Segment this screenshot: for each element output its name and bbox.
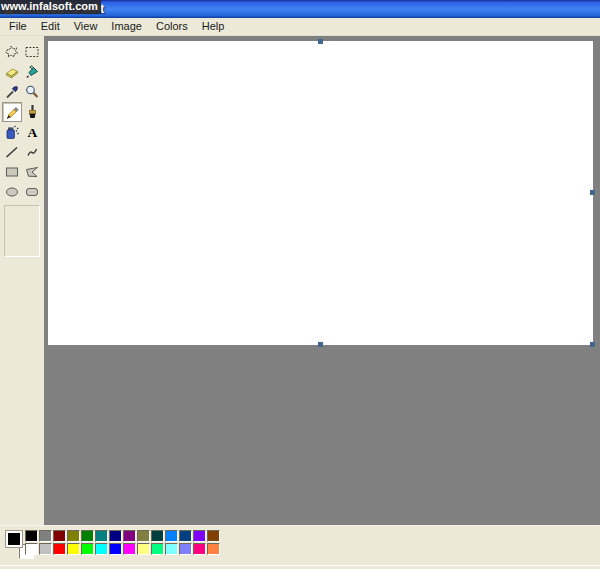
- canvas-resize-handle-right[interactable]: [590, 190, 595, 195]
- palette-swatch-0-8[interactable]: [137, 530, 150, 542]
- curve-icon: [24, 144, 40, 160]
- tool-eraser-button[interactable]: [2, 62, 22, 82]
- canvas-resize-handle-top[interactable]: [318, 39, 323, 44]
- palette-swatch-0-13[interactable]: [207, 530, 220, 542]
- foreground-color-swatch: [6, 531, 22, 547]
- rectangle-icon: [4, 164, 20, 180]
- palette-swatch-1-4[interactable]: [81, 543, 94, 555]
- palette-swatch-0-0[interactable]: [25, 530, 38, 542]
- palette-swatch-1-11[interactable]: [179, 543, 192, 555]
- tool-pencil-button[interactable]: [2, 102, 22, 122]
- tool-pick-color-button[interactable]: [2, 82, 22, 102]
- palette-swatch-0-1[interactable]: [39, 530, 52, 542]
- menu-image[interactable]: Image: [104, 18, 149, 35]
- colorbar: [0, 525, 600, 565]
- tool-curve-button[interactable]: [22, 142, 42, 162]
- tool-line-button[interactable]: [2, 142, 22, 162]
- tool-magnifier-button[interactable]: [22, 82, 42, 102]
- text-icon: A: [24, 124, 40, 140]
- tool-grid: A: [2, 42, 44, 202]
- airbrush-icon: [4, 124, 20, 140]
- palette-swatch-1-2[interactable]: [53, 543, 66, 555]
- eraser-icon: [4, 64, 20, 80]
- watermark-overlay: www.infalsoft.com: [0, 0, 101, 14]
- menu-view[interactable]: View: [67, 18, 105, 35]
- tool-brush-button[interactable]: [22, 102, 42, 122]
- palette-swatch-1-7[interactable]: [123, 543, 136, 555]
- tool-rounded-rectangle-button[interactable]: [22, 182, 42, 202]
- tool-select-button[interactable]: [22, 42, 42, 62]
- menu-edit[interactable]: Edit: [34, 18, 67, 35]
- magnifier-icon: [24, 84, 40, 100]
- palette-swatch-0-4[interactable]: [81, 530, 94, 542]
- tool-text-button[interactable]: A: [22, 122, 42, 142]
- palette-swatch-0-9[interactable]: [151, 530, 164, 542]
- color-palette: [25, 530, 220, 555]
- line-icon: [4, 144, 20, 160]
- palette-swatch-0-3[interactable]: [67, 530, 80, 542]
- palette-swatch-1-0[interactable]: [25, 543, 38, 555]
- drawing-canvas[interactable]: [48, 41, 593, 345]
- menu-help[interactable]: Help: [195, 18, 232, 35]
- palette-swatch-0-10[interactable]: [165, 530, 178, 542]
- palette-swatch-1-1[interactable]: [39, 543, 52, 555]
- palette-swatch-1-6[interactable]: [109, 543, 122, 555]
- palette-swatch-0-11[interactable]: [179, 530, 192, 542]
- menubar: File Edit View Image Colors Help: [0, 18, 600, 36]
- palette-swatch-0-12[interactable]: [193, 530, 206, 542]
- rounded-rectangle-icon: [24, 184, 40, 200]
- palette-swatch-1-9[interactable]: [151, 543, 164, 555]
- paint-window: untitled - Paint www.infalsoft.com File …: [0, 0, 600, 569]
- main-area: A: [0, 36, 600, 525]
- statusbar-strip: [0, 565, 600, 569]
- svg-text:A: A: [27, 125, 37, 140]
- palette-swatch-0-2[interactable]: [53, 530, 66, 542]
- canvas-resize-handle-bottom[interactable]: [318, 342, 323, 347]
- tool-rectangle-button[interactable]: [2, 162, 22, 182]
- palette-swatch-0-6[interactable]: [109, 530, 122, 542]
- brush-icon: [24, 104, 40, 120]
- palette-swatch-1-13[interactable]: [207, 543, 220, 555]
- palette-swatch-0-5[interactable]: [95, 530, 108, 542]
- toolbox: A: [0, 36, 44, 525]
- polygon-icon: [24, 164, 40, 180]
- titlebar: untitled - Paint www.infalsoft.com: [0, 0, 600, 18]
- tool-fill-with-color-button[interactable]: [22, 62, 42, 82]
- palette-swatch-1-12[interactable]: [193, 543, 206, 555]
- pick-color-icon: [4, 84, 20, 100]
- tool-airbrush-button[interactable]: [2, 122, 22, 142]
- menu-colors[interactable]: Colors: [149, 18, 195, 35]
- free-form-select-icon: [4, 44, 20, 60]
- workarea: [44, 36, 600, 525]
- select-icon: [24, 44, 40, 60]
- palette-swatch-1-10[interactable]: [165, 543, 178, 555]
- palette-swatch-0-7[interactable]: [123, 530, 136, 542]
- tool-ellipse-button[interactable]: [2, 182, 22, 202]
- canvas-resize-handle-bottom-right[interactable]: [590, 342, 595, 347]
- ellipse-icon: [4, 184, 20, 200]
- pencil-icon: [4, 104, 20, 120]
- menu-file[interactable]: File: [2, 18, 34, 35]
- tool-options-box: [4, 205, 40, 257]
- palette-swatch-1-5[interactable]: [95, 543, 108, 555]
- tool-free-form-select-button[interactable]: [2, 42, 22, 62]
- tool-polygon-button[interactable]: [22, 162, 42, 182]
- palette-swatch-1-3[interactable]: [67, 543, 80, 555]
- fill-with-color-icon: [24, 64, 40, 80]
- palette-swatch-1-8[interactable]: [137, 543, 150, 555]
